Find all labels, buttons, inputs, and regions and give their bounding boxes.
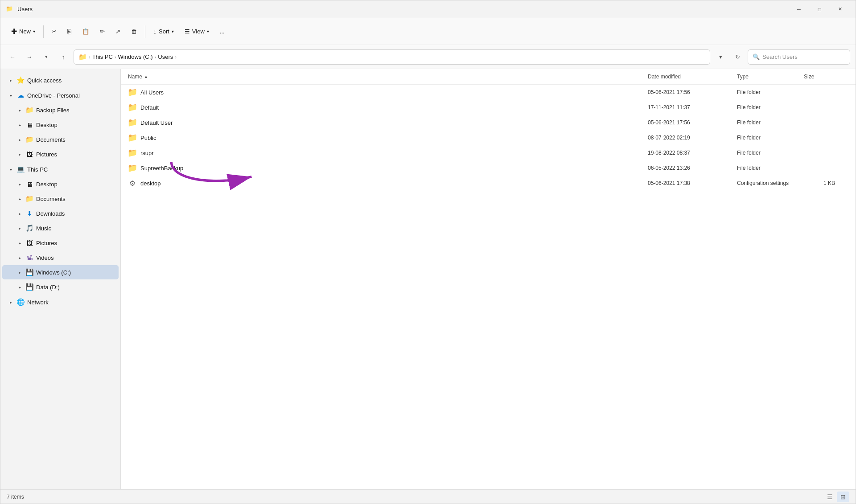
file-name-all-users: 📁 All Users [128, 88, 648, 97]
new-button[interactable]: ✚ New ▾ [7, 23, 40, 40]
file-size-desktop-ini: 1 KB [804, 180, 848, 186]
breadcrumb-windows-c[interactable]: Windows (C:) [118, 53, 153, 60]
file-row-default[interactable]: 📁 Default 17-11-2021 11:37 File folder [121, 100, 856, 115]
sidebar-item-quick-access[interactable]: ▸ ⭐ Quick access [2, 73, 119, 87]
sidebar-item-this-pc[interactable]: ▾ 💻 This PC [2, 162, 119, 176]
pictures-pc-label: Pictures [36, 240, 113, 246]
folder-icon-supreeth-backup: 📁 [128, 164, 137, 172]
details-view-button[interactable]: ⊞ [837, 492, 849, 502]
backup-files-label: Backup Files [36, 107, 113, 114]
onedrive-label: OneDrive - Personal [27, 92, 113, 99]
up-button[interactable]: ↑ [57, 50, 70, 64]
maximize-button[interactable]: □ [809, 2, 830, 16]
sidebar-item-desktop-od[interactable]: ▸ 🖥 Desktop [2, 118, 119, 132]
breadcrumb-this-pc[interactable]: This PC [92, 53, 113, 60]
sidebar-item-onedrive[interactable]: ▾ ☁ OneDrive - Personal [2, 88, 119, 102]
file-row-supreeth-backup[interactable]: 📁 SupreethBackup 06-05-2022 13:26 File f… [121, 160, 856, 176]
network-section: ▸ 🌐 Network [0, 295, 120, 309]
cut-button[interactable]: ✂ [47, 23, 61, 40]
sort-button[interactable]: ↕ Sort ▾ [149, 23, 178, 40]
column-date-header[interactable]: Date modified [648, 74, 737, 80]
paste-button[interactable]: 📋 [78, 23, 94, 40]
column-headers: Name ▲ Date modified Type Size [121, 69, 856, 85]
address-dropdown-button[interactable]: ▾ [714, 50, 727, 64]
delete-icon: 🗑 [131, 28, 137, 35]
view-button[interactable]: ☰ View ▾ [180, 23, 214, 40]
file-date-supreeth-backup: 06-05-2022 13:26 [648, 165, 737, 171]
copy-button[interactable]: ⎘ [63, 23, 76, 40]
sidebar-item-documents-pc[interactable]: ▸ 📁 Documents [2, 192, 119, 206]
windows-c-icon: 💾 [25, 268, 33, 276]
sidebar-item-videos-pc[interactable]: ▸ 📽 Videos [2, 250, 119, 265]
videos-pc-icon: 📽 [25, 254, 33, 262]
share-button[interactable]: ↗ [111, 23, 125, 40]
column-name-header[interactable]: Name ▲ [128, 74, 648, 80]
minimize-button[interactable]: ─ [789, 2, 809, 16]
back-button[interactable]: ← [6, 50, 19, 64]
file-type-default: File folder [737, 104, 804, 111]
network-label: Network [27, 299, 113, 306]
sidebar-item-desktop-pc[interactable]: ▸ 🖥 Desktop [2, 177, 119, 191]
close-button[interactable]: ✕ [830, 2, 850, 16]
file-date-public: 08-07-2022 02:19 [648, 135, 737, 141]
config-icon-desktop-ini: ⚙ [128, 179, 137, 188]
content-area: Name ▲ Date modified Type Size 📁 All Use… [121, 69, 856, 489]
quick-access-section: ▸ ⭐ Quick access [0, 73, 120, 87]
more-button[interactable]: ... [215, 23, 229, 40]
file-date-desktop-ini: 05-06-2021 17:38 [648, 180, 737, 186]
breadcrumb[interactable]: 📁 › This PC › Windows (C:) › Users › [74, 49, 710, 65]
sort-icon: ↕ [153, 28, 156, 35]
sidebar-item-data-d[interactable]: ▸ 💾 Data (D:) [2, 280, 119, 294]
plus-icon: ✚ [11, 27, 17, 36]
new-label: New [19, 28, 31, 35]
list-view-button[interactable]: ☰ [823, 492, 836, 502]
sidebar-item-documents-od[interactable]: ▸ 📁 Documents [2, 132, 119, 147]
folder-icon-rsupr: 📁 [128, 148, 137, 157]
titlebar-left: 📁 Users [6, 5, 33, 13]
file-type-supreeth-backup: File folder [737, 165, 804, 171]
rename-button[interactable]: ✏ [95, 23, 109, 40]
file-type-rsupr: File folder [737, 150, 804, 156]
pictures-od-label: Pictures [36, 151, 113, 158]
search-box[interactable]: 🔍 Search Users [748, 49, 850, 65]
music-pc-icon: 🎵 [25, 224, 33, 232]
folder-icon-default: 📁 [128, 103, 137, 112]
file-label-default: Default [140, 104, 159, 111]
file-row-rsupr[interactable]: 📁 rsupr 19-08-2022 08:37 File folder [121, 145, 856, 160]
windows-c-label: Windows (C:) [36, 269, 113, 276]
delete-button[interactable]: 🗑 [127, 23, 141, 40]
breadcrumb-sep-0: › [89, 54, 91, 60]
cut-icon: ✂ [52, 28, 57, 35]
sidebar-item-windows-c[interactable]: ▸ 💾 Windows (C:) [2, 265, 119, 279]
main-area: ▸ ⭐ Quick access ▾ ☁ OneDrive - Personal… [0, 69, 856, 489]
desktop-pc-icon: 🖥 [25, 180, 33, 188]
file-row-all-users[interactable]: 📁 All Users 05-06-2021 17:56 File folder [121, 85, 856, 100]
sidebar-item-backup-files[interactable]: ▸ 📁 Backup Files [2, 103, 119, 117]
titlebar-controls: ─ □ ✕ [789, 2, 850, 16]
copy-icon: ⎘ [67, 28, 71, 35]
sidebar-item-network[interactable]: ▸ 🌐 Network [2, 295, 119, 309]
file-row-public[interactable]: 📁 Public 08-07-2022 02:19 File folder [121, 130, 856, 145]
view-label: View [192, 28, 205, 35]
downloads-pc-label: Downloads [36, 210, 113, 217]
music-pc-chevron-icon: ▸ [16, 226, 23, 231]
file-row-desktop-ini[interactable]: ⚙ desktop 05-06-2021 17:38 Configuration… [121, 176, 856, 191]
column-size-header[interactable]: Size [804, 74, 848, 80]
toolbar-divider-2 [145, 25, 145, 38]
sidebar-item-downloads-pc[interactable]: ▸ ⬇ Downloads [2, 206, 119, 221]
file-label-rsupr: rsupr [140, 150, 154, 156]
file-row-default-user[interactable]: 📁 Default User 05-06-2021 17:56 File fol… [121, 115, 856, 130]
this-pc-icon: 💻 [16, 165, 25, 173]
refresh-button[interactable]: ↻ [731, 50, 744, 64]
forward-button[interactable]: → [23, 50, 36, 64]
column-type-header[interactable]: Type [737, 74, 804, 80]
recent-button[interactable]: ▾ [40, 50, 53, 64]
search-placeholder: Search Users [762, 53, 798, 60]
file-label-public: Public [140, 135, 156, 141]
onedrive-icon: ☁ [16, 91, 25, 99]
share-icon: ↗ [115, 28, 120, 35]
sidebar-item-pictures-od[interactable]: ▸ 🖼 Pictures [2, 147, 119, 161]
sidebar-item-music-pc[interactable]: ▸ 🎵 Music [2, 221, 119, 235]
breadcrumb-users[interactable]: Users [158, 53, 173, 60]
sidebar-item-pictures-pc[interactable]: ▸ 🖼 Pictures [2, 236, 119, 250]
